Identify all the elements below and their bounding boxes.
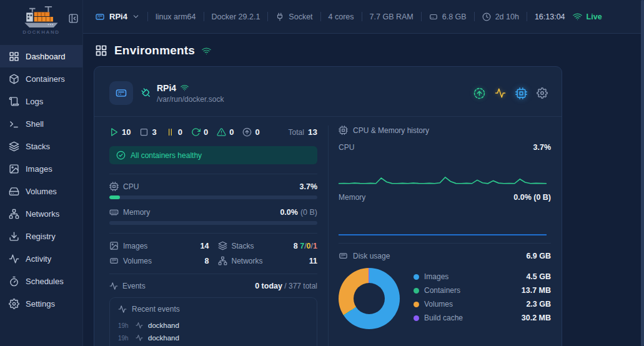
- plug-icon: [275, 12, 284, 21]
- cpu-progress-bar: [109, 195, 317, 199]
- sidebar-item-volumes[interactable]: Volumes: [0, 180, 82, 202]
- divider: [109, 174, 317, 174]
- gear-icon: [537, 87, 548, 99]
- memory-history-chart: [339, 204, 547, 237]
- stat-unhealthy: 0: [217, 127, 234, 137]
- separator: [421, 12, 422, 21]
- stat-stopped: 3: [139, 127, 156, 137]
- separator: [147, 12, 148, 21]
- dockhand-logo: DOCKHAND: [22, 5, 61, 40]
- networks-count: Networks 11: [218, 256, 318, 265]
- stacks-count: Stacks 8 7/0/1: [218, 241, 318, 250]
- live-status: Live: [573, 12, 602, 21]
- uptime: 2d 10h: [482, 12, 519, 21]
- legend-dot: [414, 288, 419, 294]
- separator: [320, 12, 321, 21]
- nav-label: Schedules: [26, 277, 64, 286]
- divider: [339, 243, 551, 244]
- sidebar-item-shell[interactable]: Shell: [0, 112, 82, 135]
- connection-type: Socket: [275, 12, 312, 21]
- volumes-count: Volumes 8: [109, 256, 209, 265]
- socket-path: /var/run/docker.sock: [157, 95, 224, 104]
- check-updates-button[interactable]: [473, 87, 485, 99]
- container-summary-column: 10 3 0 0: [109, 126, 329, 346]
- cpu-history-chart: [339, 154, 547, 187]
- nav-label: Containers: [26, 74, 65, 84]
- disk-usage-row: Disk usage 6.9 GB: [339, 251, 551, 260]
- sidebar-item-images[interactable]: Images: [0, 157, 82, 180]
- sidebar-item-containers[interactable]: Containers: [0, 67, 82, 90]
- activity-button[interactable]: [495, 87, 506, 99]
- stat-total: Total 13: [289, 127, 317, 137]
- images-count: Images 14: [109, 241, 209, 250]
- wifi-icon: [573, 12, 582, 21]
- activity-icon: [118, 305, 127, 314]
- legend-dot: [414, 274, 419, 280]
- resources-button[interactable]: [515, 87, 527, 99]
- disk-free-label: 6.8 GB: [442, 12, 467, 21]
- layers-icon: [218, 241, 227, 250]
- legend-dot: [414, 315, 419, 321]
- wifi-icon: [202, 46, 211, 56]
- memory-icon: [109, 207, 119, 217]
- legend-item-containers: Containers 13.7 MB: [414, 284, 551, 297]
- grid-icon: [9, 51, 19, 62]
- image-icon: [109, 241, 119, 250]
- environment-selector[interactable]: RPi4: [95, 12, 140, 22]
- stacks-breakdown: 8 7/0/1: [294, 242, 317, 250]
- nav-label: Stacks: [26, 142, 50, 151]
- nav-label: Shell: [26, 119, 44, 129]
- platform-label: linux arm64: [156, 12, 196, 21]
- stat-updates: 0: [242, 127, 259, 137]
- cpu-meter-label: CPU 3.7%: [109, 182, 317, 191]
- sidebar-item-logs[interactable]: Logs: [0, 90, 82, 112]
- sidebar-item-registry[interactable]: Registry: [0, 225, 82, 247]
- environment-settings-button[interactable]: [537, 87, 548, 99]
- memory-meter-label: Memory 0.0%(0 B): [109, 207, 317, 217]
- recent-event-item[interactable]: 19h dockhand: [118, 319, 309, 332]
- environment-card: RPi4 /var/run/docker.sock: [94, 66, 562, 346]
- disk-usage-chart-area: Images 4.5 GB Containers 13.7 MB: [339, 268, 551, 329]
- timer-icon: [9, 276, 19, 287]
- sidebar-item-dashboard[interactable]: Dashboard: [0, 45, 82, 67]
- nav-label: Settings: [26, 299, 55, 309]
- environment-icon-box: [109, 81, 133, 105]
- legend-dot: [414, 302, 419, 307]
- cpu-icon: [339, 126, 348, 135]
- check-circle-icon: [116, 151, 126, 160]
- recent-event-item[interactable]: 19h dockhand: [118, 332, 309, 344]
- separator: [362, 12, 362, 21]
- sidebar-item-activity[interactable]: Activity: [0, 247, 82, 270]
- nav-label: Networks: [26, 209, 59, 219]
- disk-icon: [339, 251, 348, 260]
- environment-name: RPi4: [157, 83, 176, 93]
- network-icon: [218, 256, 227, 265]
- sidebar-item-schedules[interactable]: Schedules: [0, 270, 82, 292]
- container-stats-row: 10 3 0 0: [109, 126, 317, 138]
- sidebar-item-settings[interactable]: Settings: [0, 292, 82, 315]
- events-row: Events 0 today / 377 total: [109, 282, 317, 290]
- sidebar-nav: Dashboard Containers Logs Shell Stacks I…: [0, 40, 82, 315]
- docker-version-label: Docker 29.2.1: [212, 12, 260, 21]
- network-icon: [9, 209, 19, 219]
- separator: [204, 12, 204, 21]
- live-label: Live: [587, 12, 602, 21]
- env-name: RPi4: [109, 12, 127, 21]
- logo-text: DOCKHAND: [22, 29, 61, 35]
- activity-icon: [9, 254, 19, 264]
- drive-icon: [109, 256, 119, 265]
- environment-card-header: RPi4 /var/run/docker.sock: [94, 67, 562, 116]
- nav-label: Logs: [26, 97, 43, 106]
- sidebar-collapse-icon[interactable]: [68, 13, 79, 24]
- scrollbar[interactable]: [641, 0, 644, 346]
- nav-label: Registry: [26, 232, 56, 241]
- sidebar-item-stacks[interactable]: Stacks: [0, 135, 82, 157]
- recent-events-panel: Recent events 19h dockhand 19h dockhand: [109, 297, 317, 346]
- recent-events-title: Recent events: [118, 305, 309, 314]
- page-title: Environments: [114, 44, 195, 57]
- sidebar-item-networks[interactable]: Networks: [0, 202, 82, 225]
- scrollbar-thumb[interactable]: [641, 0, 644, 346]
- connection-label: Socket: [289, 12, 312, 21]
- separator: [527, 12, 527, 21]
- sidebar: DOCKHAND Dashboard Containers Logs Shell: [0, 0, 83, 346]
